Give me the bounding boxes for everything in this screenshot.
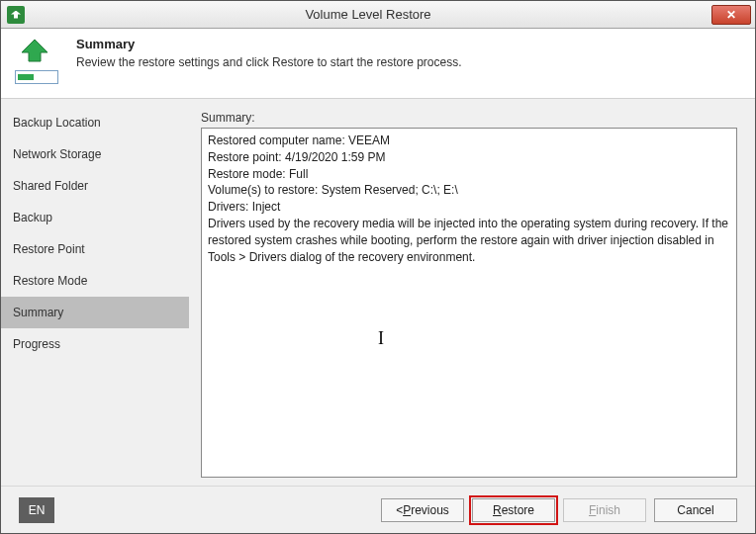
header-text: Summary Review the restore settings and … bbox=[76, 37, 462, 69]
step-label: Shared Folder bbox=[13, 179, 88, 193]
wizard-body: Backup Location Network Storage Shared F… bbox=[1, 98, 755, 486]
cancel-button[interactable]: Cancel bbox=[654, 498, 737, 522]
restore-button[interactable]: Restore bbox=[472, 498, 555, 522]
wizard-header: Summary Review the restore settings and … bbox=[1, 29, 755, 98]
step-label: Summary bbox=[13, 306, 63, 319]
summary-line: Restore point: 4/19/2020 1:59 PM bbox=[208, 149, 730, 166]
summary-field-label: Summary: bbox=[201, 111, 737, 125]
close-icon: ✕ bbox=[726, 8, 736, 22]
step-label: Restore Point bbox=[13, 242, 85, 256]
step-label: Network Storage bbox=[13, 147, 101, 161]
wizard-steps-sidebar: Backup Location Network Storage Shared F… bbox=[1, 99, 189, 486]
progress-icon bbox=[15, 70, 58, 84]
step-restore-point[interactable]: Restore Point bbox=[1, 233, 189, 265]
step-label: Backup Location bbox=[13, 116, 101, 130]
text-cursor-icon: I bbox=[378, 326, 384, 351]
summary-line: Drivers: Inject bbox=[208, 199, 730, 216]
window-title: Volume Level Restore bbox=[25, 7, 711, 22]
step-restore-mode[interactable]: Restore Mode bbox=[1, 265, 189, 297]
restore-arrow-icon bbox=[15, 37, 54, 64]
step-summary[interactable]: Summary bbox=[1, 297, 189, 328]
step-shared-folder[interactable]: Shared Folder bbox=[1, 170, 189, 202]
previous-button[interactable]: < Previous bbox=[381, 498, 464, 522]
wizard-footer: EN < Previous Restore Finish Cancel bbox=[1, 486, 755, 533]
header-icon-column bbox=[15, 37, 58, 84]
summary-textbox[interactable]: Restored computer name: VEEAM Restore po… bbox=[201, 128, 737, 478]
step-label: Progress bbox=[13, 337, 60, 351]
step-label: Backup bbox=[13, 211, 52, 224]
header-subtitle: Review the restore settings and click Re… bbox=[76, 55, 462, 69]
finish-button: Finish bbox=[563, 498, 646, 522]
titlebar: Volume Level Restore ✕ bbox=[1, 1, 755, 29]
summary-line: Drivers used by the recovery media will … bbox=[208, 216, 730, 265]
summary-line: Restore mode: Full bbox=[208, 166, 730, 183]
step-label: Restore Mode bbox=[13, 274, 87, 288]
wizard-main: Summary: Restored computer name: VEEAM R… bbox=[189, 99, 755, 486]
step-progress[interactable]: Progress bbox=[1, 328, 189, 360]
app-icon bbox=[7, 6, 25, 24]
summary-line: Volume(s) to restore: System Reserved; C… bbox=[208, 182, 730, 199]
close-button[interactable]: ✕ bbox=[711, 5, 751, 25]
language-label: EN bbox=[29, 503, 46, 517]
step-network-storage[interactable]: Network Storage bbox=[1, 138, 189, 170]
language-indicator[interactable]: EN bbox=[19, 497, 54, 523]
step-backup-location[interactable]: Backup Location bbox=[1, 107, 189, 138]
step-backup[interactable]: Backup bbox=[1, 202, 189, 233]
header-title: Summary bbox=[76, 37, 462, 51]
window: Volume Level Restore ✕ Summary Review th… bbox=[0, 0, 756, 534]
summary-line: Restored computer name: VEEAM bbox=[208, 133, 730, 149]
